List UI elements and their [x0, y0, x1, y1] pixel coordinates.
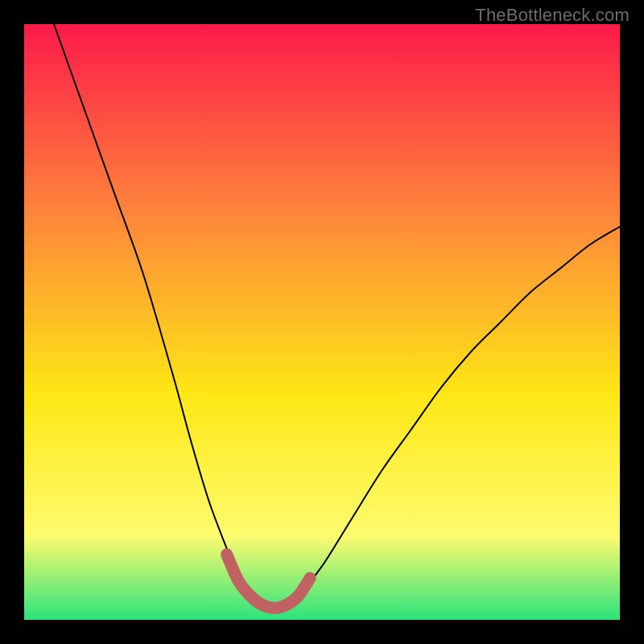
chart-svg	[24, 24, 620, 620]
gradient-background	[24, 24, 620, 620]
chart-container: TheBottleneck.com	[0, 0, 644, 644]
plot-area	[24, 24, 620, 620]
watermark-text: TheBottleneck.com	[475, 5, 630, 26]
